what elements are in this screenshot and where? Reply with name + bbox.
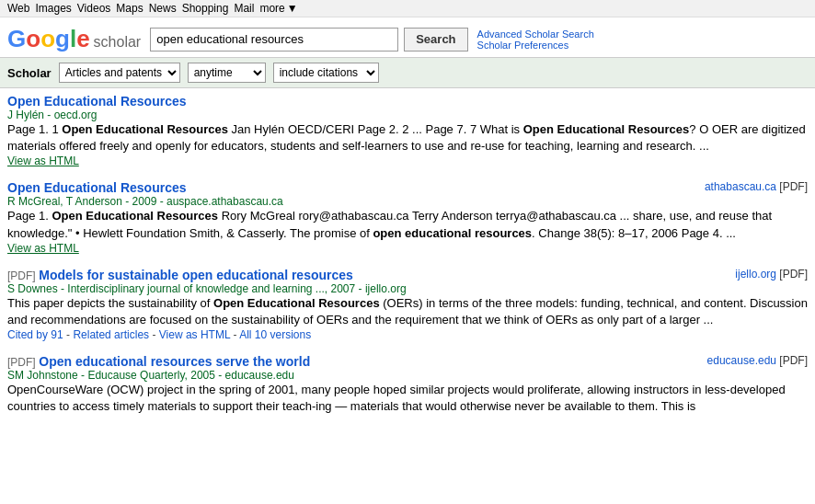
result-prefix: [PDF] <box>7 356 36 369</box>
result-title: [PDF] Open educational resources serve t… <box>7 354 808 369</box>
cited-by-link[interactable]: Cited by 91 <box>7 328 63 341</box>
result-prefix: [PDF] <box>7 269 36 282</box>
logo-text: Google <box>7 25 90 53</box>
pdf-badge: [PDF] <box>779 268 808 281</box>
google-scholar-logo: Google scholar <box>7 25 141 53</box>
search-input[interactable] <box>150 28 398 52</box>
scholar-text: scholar <box>94 34 142 51</box>
nav-news[interactable]: News <box>149 2 177 15</box>
related-articles-link[interactable]: Related articles <box>73 328 149 341</box>
advanced-search-link[interactable]: Advanced Scholar Search <box>477 29 594 40</box>
nav-maps[interactable]: Maps <box>116 2 143 15</box>
result-item: athabascau.ca [PDF] Open Educational Res… <box>7 180 808 254</box>
all-versions-link[interactable]: All 10 versions <box>239 328 311 341</box>
nav-more[interactable]: more ▼ <box>259 2 297 15</box>
result-meta: SM Johnstone - Educause Quarterly, 2005 … <box>7 369 808 382</box>
result-title: Open Educational Resources <box>7 94 808 109</box>
nav-mail[interactable]: Mail <box>234 2 254 15</box>
view-html-link[interactable]: View as HTML <box>7 242 79 255</box>
header-links: Advanced Scholar Search Scholar Preferen… <box>477 29 594 51</box>
nav-shopping[interactable]: Shopping <box>182 2 229 15</box>
nav-more-link[interactable]: more <box>259 2 284 15</box>
result-snippet: Page 1. 1 Open Educational Resources Jan… <box>7 121 808 155</box>
header: Google scholar Search Advanced Scholar S… <box>0 17 815 57</box>
view-html-link[interactable]: View as HTML <box>7 155 79 167</box>
nav-images[interactable]: Images <box>35 2 71 15</box>
result-item: ijello.org [PDF] [PDF] Models for sustai… <box>7 268 808 341</box>
result-title-link[interactable]: Open educational resources serve the wor… <box>39 354 310 369</box>
side-link[interactable]: ijello.org [PDF] <box>735 268 808 281</box>
result-meta: R McGreal, T Anderson - 2009 - auspace.a… <box>7 195 808 208</box>
view-html-link[interactable]: View as HTML <box>159 328 230 341</box>
nav-more-arrow: ▼ <box>287 2 298 15</box>
result-title-link[interactable]: Open Educational Resources <box>7 94 187 109</box>
result-item: educause.edu [PDF] [PDF] Open educationa… <box>7 354 808 415</box>
result-meta: S Downes - Interdisciplinary journal of … <box>7 282 808 295</box>
result-links: View as HTML <box>7 155 808 167</box>
result-title: [PDF] Models for sustainable open educat… <box>7 268 808 282</box>
result-snippet: This paper depicts the sustainability of… <box>7 295 808 328</box>
nav-videos[interactable]: Videos <box>77 2 110 15</box>
top-navigation: Web Images Videos Maps News Shopping Mai… <box>0 0 815 17</box>
side-link[interactable]: educause.edu [PDF] <box>707 354 808 367</box>
result-meta: J Hylén - oecd.org <box>7 109 808 121</box>
result-title-link[interactable]: Open Educational Resources <box>7 180 187 195</box>
cited-links: Cited by 91 - Related articles - View as… <box>7 328 808 341</box>
result-snippet: Page 1. Open Educational Resources Rory … <box>7 208 808 241</box>
search-area: Search <box>150 28 467 52</box>
scholar-preferences-link[interactable]: Scholar Preferences <box>477 40 594 51</box>
result-item: Open Educational Resources J Hylén - oec… <box>7 94 808 167</box>
scholar-toolbar: Scholar Articles and patents Case law an… <box>0 57 815 88</box>
filter-type-select[interactable]: Articles and patents Case law <box>59 63 180 83</box>
result-title: Open Educational Resources <box>7 180 808 195</box>
nav-web[interactable]: Web <box>7 2 29 15</box>
pdf-badge: [PDF] <box>779 354 808 367</box>
search-button[interactable]: Search <box>404 28 467 52</box>
result-snippet: OpenCourseWare (OCW) project in the spri… <box>7 382 808 415</box>
results-area: Open Educational Resources J Hylén - oec… <box>0 88 815 434</box>
pdf-badge: [PDF] <box>779 180 808 193</box>
filter-citations-select[interactable]: include citations exclude citations <box>273 63 379 83</box>
side-link[interactable]: athabascau.ca [PDF] <box>705 180 808 193</box>
result-links: View as HTML <box>7 242 808 255</box>
scholar-label: Scholar <box>7 66 52 80</box>
filter-time-select[interactable]: anytime since 2024 <box>188 63 266 83</box>
result-title-link[interactable]: Models for sustainable open educational … <box>39 268 353 282</box>
